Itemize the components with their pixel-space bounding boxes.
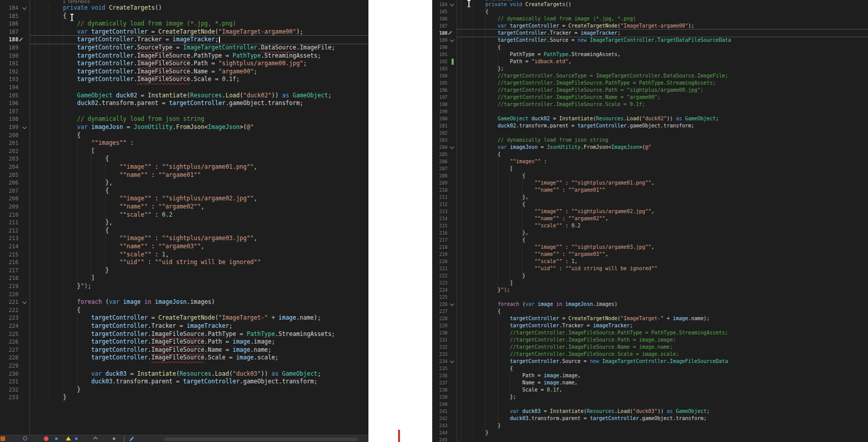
code-line[interactable]: 215 ""scale"" : 0.2 — [432, 222, 868, 229]
code-text[interactable]: targetController = CreateTargetNode("Ima… — [35, 314, 321, 322]
code-line[interactable]: 209 ""image"" : ""sightplus/argame01.png… — [432, 179, 868, 187]
line-number[interactable]: 240 — [432, 401, 448, 408]
line-number[interactable]: 238 — [432, 386, 448, 394]
code-line[interactable]: 218 ] — [0, 274, 368, 282]
code-text[interactable]: //targetController.ImageFileSource.PathT… — [461, 80, 716, 87]
line-number[interactable]: 224 — [432, 287, 448, 294]
warning-icon[interactable] — [66, 436, 71, 440]
code-text[interactable]: targetController = CreateTargetNode("Ima… — [461, 315, 710, 322]
code-line[interactable]: 191 targetController.ImageFileSource.Pat… — [0, 60, 368, 68]
code-line[interactable]: 223 targetController = CreateTargetNode(… — [0, 314, 368, 322]
line-number[interactable]: 195 — [432, 80, 448, 87]
line-number[interactable]: 217 — [0, 267, 18, 275]
code-text[interactable]: //targetController.ImageFileSource.PathT… — [461, 329, 728, 336]
editor-pane-left[interactable]: 1 reference184 private void CreateTarget… — [0, 0, 368, 442]
fold-chevron-icon[interactable] — [450, 359, 454, 363]
code-line[interactable]: 196 duck02.transform.parent = targetCont… — [0, 99, 368, 108]
line-number[interactable]: 201 — [432, 122, 448, 129]
line-number[interactable]: 204 — [0, 163, 18, 171]
code-text[interactable]: targetController.SourceType = ImageTarge… — [35, 44, 335, 52]
line-number[interactable]: 202 — [432, 129, 448, 137]
code-text[interactable]: { — [461, 308, 501, 315]
line-number[interactable]: 245 — [432, 436, 448, 442]
code-line[interactable]: 199 var imageJosn = JsonUtility.FromJson… — [0, 123, 368, 132]
code-line[interactable]: 231 duck03.transform.parent = targetCont… — [0, 378, 368, 386]
code-line[interactable]: 203 // dynamically load from json string — [432, 137, 868, 144]
line-number[interactable]: 195 — [0, 92, 18, 100]
line-number[interactable]: 241 — [432, 408, 448, 415]
code-line[interactable]: 239 }; — [432, 394, 868, 401]
line-number[interactable]: 209 — [0, 203, 18, 211]
line-number[interactable]: 218 — [0, 274, 18, 282]
code-line[interactable]: 194 //targetController.SourceType = Imag… — [432, 72, 868, 80]
line-number[interactable]: 212 — [0, 227, 18, 235]
line-number[interactable]: 225 — [0, 330, 18, 339]
code-line[interactable]: 227 { — [432, 308, 868, 315]
code-line[interactable]: 217 } — [0, 267, 368, 275]
code-line[interactable]: 220 ""scale"" : 1, — [432, 258, 868, 265]
line-number[interactable]: 227 — [0, 346, 18, 354]
code-text[interactable]: }"); — [35, 282, 91, 291]
code-text[interactable]: { — [461, 44, 501, 51]
line-number[interactable]: 197 — [0, 108, 18, 116]
code-text[interactable]: } — [461, 429, 488, 436]
code-text[interactable]: ""scale"" : 1, — [461, 258, 578, 265]
line-number[interactable]: 239 — [432, 394, 448, 401]
line-number[interactable]: 187 — [0, 28, 18, 36]
code-text[interactable]: PathType = PathType.StreamingAssets, — [461, 51, 621, 58]
code-text[interactable]: targetController.ImageFileSource.Scale =… — [35, 354, 279, 362]
code-line[interactable]: 199 — [432, 108, 868, 115]
info-dot-icon[interactable] — [55, 437, 58, 440]
line-number[interactable]: 186 — [432, 15, 448, 22]
code-text[interactable]: foreach (var image in imageJosn.images) — [461, 301, 617, 308]
code-line[interactable]: 186 // dynamically load from image (*.jp… — [432, 15, 868, 22]
code-line[interactable]: 201 ""images"" : — [0, 139, 368, 147]
code-text[interactable]: foreach (var image in imageJosn.images) — [35, 298, 215, 306]
code-text[interactable]: ""name"" : ""argame02"", — [461, 215, 608, 222]
code-text[interactable]: ""name"" : ""argame01"" — [461, 187, 605, 194]
code-line[interactable]: 233 } — [0, 394, 368, 402]
line-number[interactable]: 212 — [432, 201, 448, 208]
code-line[interactable]: 185 { — [0, 12, 368, 20]
code-text[interactable]: duck02.transform.parent = targetControll… — [35, 99, 303, 108]
code-text[interactable]: ""image"" : ""sightplus/argame03.jpg"", — [35, 235, 257, 243]
line-number[interactable]: 219 — [0, 282, 18, 291]
code-line[interactable]: 222 } — [432, 272, 868, 279]
code-text[interactable]: ""scale"" : 0.2 — [461, 222, 581, 229]
line-number[interactable]: 244 — [432, 429, 448, 436]
line-number[interactable]: 231 — [432, 336, 448, 344]
line-number[interactable]: 198 — [432, 101, 448, 108]
code-text[interactable]: { — [461, 365, 513, 372]
line-number[interactable]: 206 — [432, 158, 448, 165]
line-number[interactable]: 203 — [432, 137, 448, 144]
line-number[interactable]: 214 — [432, 215, 448, 222]
code-text[interactable]: targetController.ImageFileSource.Name = … — [35, 68, 257, 76]
code-line[interactable]: 213 ""image"" : ""sightplus/argame02.jpg… — [432, 208, 868, 215]
code-line[interactable]: 232 //targetController.ImageFileSource.N… — [432, 344, 868, 351]
code-line[interactable]: 212 { — [0, 227, 368, 235]
code-text[interactable]: { — [35, 132, 81, 140]
code-line[interactable]: 219 ""name"" : ""argame03"", — [432, 251, 868, 258]
code-line[interactable]: 202 — [432, 129, 868, 137]
code-line[interactable]: 203 { — [0, 155, 368, 163]
code-line[interactable]: 198 // dynamically load from json string — [0, 115, 368, 123]
code-text[interactable]: ""scale"" : 1, — [35, 251, 169, 259]
line-number[interactable]: 192 — [432, 58, 448, 65]
code-line[interactable]: 187 var targetController = CreateTargetN… — [0, 28, 368, 36]
code-line[interactable]: 235 { — [432, 365, 868, 372]
code-text[interactable]: // dynamically load from json string — [35, 115, 204, 123]
code-text[interactable]: duck03.transform.parent = targetControll… — [461, 415, 707, 422]
code-text[interactable]: ""name"" : ""argame01"" — [35, 171, 201, 179]
code-text[interactable]: } — [461, 272, 525, 279]
code-text[interactable]: //targetController.ImageFileSource.Name … — [461, 94, 660, 101]
code-text[interactable]: var duck03 = Instantiate(Resources.Load(… — [35, 370, 321, 378]
code-line[interactable]: 205 ""name"" : ""argame01"" — [0, 171, 368, 179]
code-line[interactable]: 212 { — [432, 201, 868, 208]
code-line[interactable]: 200 { — [0, 132, 368, 140]
code-text[interactable]: targetController.ImageFileSource.PathTyp… — [35, 52, 321, 60]
code-line[interactable]: 197 //targetController.ImageFileSource.N… — [432, 94, 868, 101]
code-line[interactable]: 200 GameObject duck02 = Instantiate(Reso… — [432, 115, 868, 122]
code-line[interactable]: 225 targetController.ImageFileSource.Pat… — [0, 330, 368, 339]
fold-chevron-icon[interactable] — [450, 302, 454, 306]
code-text[interactable]: targetController.ImageFileSource.PathTyp… — [35, 330, 335, 339]
